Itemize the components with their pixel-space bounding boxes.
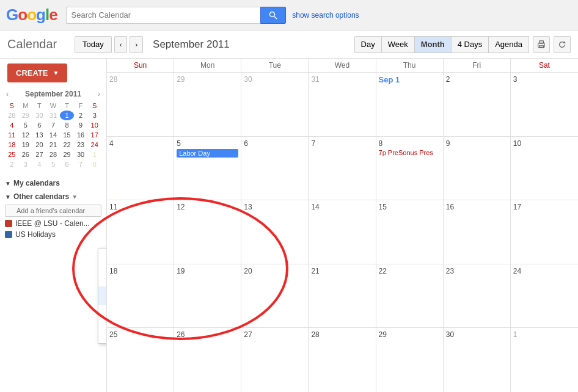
mini-cal-day[interactable]: 19 xyxy=(19,140,33,150)
cal-cell[interactable]: 12 xyxy=(174,200,241,264)
cal-cell[interactable]: 18 xyxy=(107,264,174,328)
cal-cell[interactable]: 28 xyxy=(107,73,174,136)
mini-cal-day[interactable]: 31 xyxy=(46,111,60,120)
cal-cell[interactable]: 10 xyxy=(511,137,578,200)
mini-cal-day[interactable]: 21 xyxy=(46,140,60,150)
dropdown-settings[interactable]: Settings xyxy=(98,324,107,343)
mini-cal-day[interactable]: 6 xyxy=(60,159,74,169)
cal-cell[interactable]: 13 xyxy=(241,200,309,264)
cal-cell[interactable]: 27 xyxy=(241,328,309,392)
mini-cal-day[interactable]: 23 xyxy=(74,140,88,150)
mini-cal-day[interactable]: 28 xyxy=(5,111,19,120)
labor-day-event[interactable]: Labor Day xyxy=(177,149,238,158)
dropdown-add-friend[interactable]: Add a friend's calendar xyxy=(98,249,107,267)
show-search-options-link[interactable]: show search options xyxy=(292,11,359,20)
add-friend-calendar-link[interactable]: Add a friend's calendar xyxy=(5,205,101,217)
print-button[interactable] xyxy=(533,36,550,53)
cal-cell[interactable]: 7 xyxy=(309,137,376,200)
cal-cell[interactable]: 3 xyxy=(511,73,578,136)
mini-cal-day[interactable]: 26 xyxy=(19,150,33,159)
cal-cell[interactable]: 19 xyxy=(174,264,241,328)
mini-cal-day[interactable]: 1 xyxy=(87,150,101,159)
other-cals-add-icon[interactable]: ▼ xyxy=(71,194,78,200)
mini-cal-day[interactable]: 1 xyxy=(60,111,74,120)
prev-button[interactable]: ‹ xyxy=(114,36,128,53)
mini-cal-day[interactable]: 5 xyxy=(46,159,60,169)
mini-cal-day[interactable]: 25 xyxy=(5,150,19,159)
cal-cell[interactable]: 11 xyxy=(107,200,174,264)
mini-cal-day[interactable]: 8 xyxy=(87,159,101,169)
view-4days-button[interactable]: 4 Days xyxy=(452,36,489,53)
cal-cell[interactable]: 26 xyxy=(174,328,241,392)
calendar-item-holidays[interactable]: US Holidays xyxy=(0,229,106,240)
next-button[interactable]: › xyxy=(130,36,143,53)
mini-cal-day[interactable]: 24 xyxy=(87,140,101,150)
cal-cell[interactable]: 21 xyxy=(309,264,376,328)
mini-cal-day[interactable]: 5 xyxy=(19,120,33,130)
mini-cal-day[interactable]: 17 xyxy=(87,130,101,140)
mini-cal-day[interactable]: 29 xyxy=(19,111,33,120)
mini-next-button[interactable]: › xyxy=(97,90,101,98)
mini-cal-day[interactable]: 27 xyxy=(32,150,46,159)
today-button[interactable]: Today xyxy=(75,36,112,53)
cal-cell[interactable]: 5Labor Day xyxy=(174,137,241,200)
mini-cal-day[interactable]: 30 xyxy=(32,111,46,120)
mini-cal-day[interactable]: 30 xyxy=(74,150,88,159)
view-month-button[interactable]: Month xyxy=(415,36,452,53)
search-input[interactable] xyxy=(66,7,261,24)
dropdown-import[interactable]: Import calendar xyxy=(98,305,107,324)
cal-cell[interactable]: 87p PreSonus Pres xyxy=(376,137,444,200)
mini-cal-day[interactable]: 10 xyxy=(87,120,101,130)
mini-cal-day[interactable]: 12 xyxy=(19,130,33,140)
cal-cell[interactable]: 24 xyxy=(511,264,578,328)
mini-cal-day[interactable]: 2 xyxy=(5,159,19,169)
mini-cal-day[interactable]: 16 xyxy=(74,130,88,140)
cal-cell[interactable]: 16 xyxy=(444,200,511,264)
cal-cell[interactable]: 15 xyxy=(376,200,444,264)
mini-cal-day[interactable]: 28 xyxy=(46,150,60,159)
cal-cell[interactable]: Sep 1 xyxy=(376,73,444,136)
cal-cell[interactable]: 25 xyxy=(107,328,174,392)
cal-cell[interactable]: 22 xyxy=(376,264,444,328)
mini-cal-day[interactable]: 11 xyxy=(5,130,19,140)
mini-cal-day[interactable]: 22 xyxy=(60,140,74,150)
mini-cal-day[interactable]: 7 xyxy=(46,120,60,130)
mini-cal-day[interactable]: 9 xyxy=(74,120,88,130)
mini-cal-day[interactable]: 14 xyxy=(46,130,60,140)
my-calendars-header[interactable]: ▼ My calendars xyxy=(0,176,106,190)
mini-cal-day[interactable]: 29 xyxy=(60,150,74,159)
cal-cell[interactable]: 29 xyxy=(174,73,241,136)
other-calendars-header[interactable]: ▼ Other calendars ▼ xyxy=(0,190,106,203)
dropdown-add-by-url[interactable]: Add by URL xyxy=(98,286,107,305)
cal-cell[interactable]: 30 xyxy=(444,328,511,392)
refresh-button[interactable] xyxy=(554,36,571,53)
cal-cell[interactable]: 29 xyxy=(376,328,444,392)
view-agenda-button[interactable]: Agenda xyxy=(489,36,529,53)
cal-cell[interactable]: 28 xyxy=(309,328,376,392)
cal-cell[interactable]: 9 xyxy=(444,137,511,200)
mini-cal-day[interactable]: 18 xyxy=(5,140,19,150)
view-day-button[interactable]: Day xyxy=(354,36,382,53)
mini-cal-day[interactable]: 4 xyxy=(5,120,19,130)
cal-cell[interactable]: 1 xyxy=(511,328,578,392)
mini-cal-day[interactable]: 3 xyxy=(87,111,101,120)
mini-cal-day[interactable]: 2 xyxy=(74,111,88,120)
search-button[interactable] xyxy=(260,7,286,24)
mini-cal-day[interactable]: 20 xyxy=(32,140,46,150)
mini-prev-button[interactable]: ‹ xyxy=(5,90,10,98)
dropdown-browse[interactable]: Browse Interesting Calendars xyxy=(98,267,107,286)
mini-cal-day[interactable]: 8 xyxy=(60,120,74,130)
mini-cal-day[interactable]: 6 xyxy=(32,120,46,130)
cal-cell[interactable]: 20 xyxy=(241,264,309,328)
mini-cal-day[interactable]: 13 xyxy=(32,130,46,140)
cal-cell[interactable]: 6 xyxy=(241,137,309,200)
cal-cell[interactable]: 23 xyxy=(444,264,511,328)
cal-cell[interactable]: 30 xyxy=(241,73,309,136)
cal-cell[interactable]: 2 xyxy=(444,73,511,136)
create-button[interactable]: CREATE ▼ xyxy=(7,64,67,82)
cal-cell[interactable]: 17 xyxy=(511,200,578,264)
cal-cell[interactable]: 4 xyxy=(107,137,174,200)
mini-cal-day[interactable]: 7 xyxy=(74,159,88,169)
cal-cell[interactable]: 31 xyxy=(309,73,376,136)
mini-cal-day[interactable]: 3 xyxy=(19,159,33,169)
